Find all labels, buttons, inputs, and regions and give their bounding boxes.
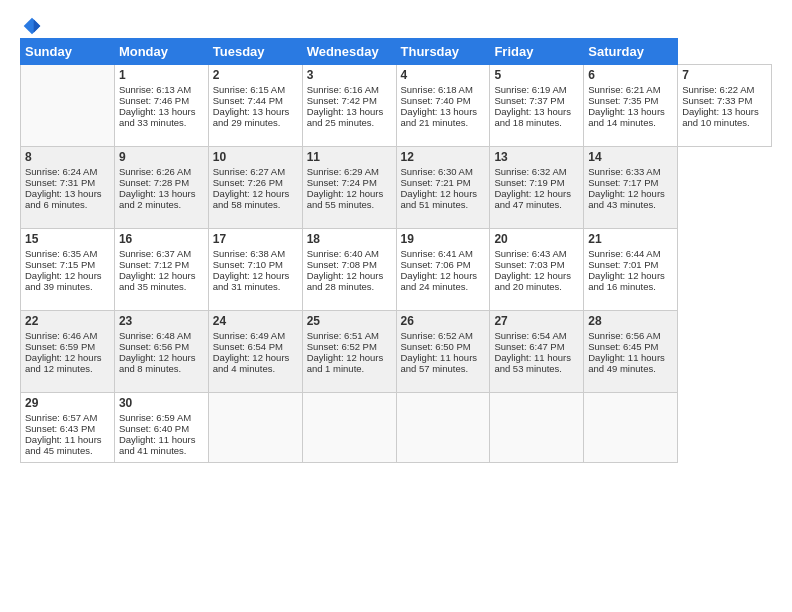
- day-number: 1: [119, 68, 204, 82]
- sunrise-text: Sunrise: 6:30 AM: [401, 166, 473, 177]
- calendar-day-cell: 24Sunrise: 6:49 AMSunset: 6:54 PMDayligh…: [208, 311, 302, 393]
- calendar-day-cell: [302, 393, 396, 463]
- sunrise-text: Sunrise: 6:57 AM: [25, 412, 97, 423]
- sunrise-text: Sunrise: 6:18 AM: [401, 84, 473, 95]
- calendar-day-cell: 21Sunrise: 6:44 AMSunset: 7:01 PMDayligh…: [584, 229, 678, 311]
- sunrise-text: Sunrise: 6:51 AM: [307, 330, 379, 341]
- calendar-week-row: 8Sunrise: 6:24 AMSunset: 7:31 PMDaylight…: [21, 147, 772, 229]
- calendar-day-cell: 30Sunrise: 6:59 AMSunset: 6:40 PMDayligh…: [114, 393, 208, 463]
- sunrise-text: Sunrise: 6:41 AM: [401, 248, 473, 259]
- day-number: 10: [213, 150, 298, 164]
- sunrise-text: Sunrise: 6:27 AM: [213, 166, 285, 177]
- calendar-day-cell: 29Sunrise: 6:57 AMSunset: 6:43 PMDayligh…: [21, 393, 115, 463]
- day-number: 26: [401, 314, 486, 328]
- day-number: 30: [119, 396, 204, 410]
- day-number: 7: [682, 68, 767, 82]
- daylight-text: Daylight: 12 hours and 43 minutes.: [588, 188, 665, 210]
- sunrise-text: Sunrise: 6:48 AM: [119, 330, 191, 341]
- sunset-text: Sunset: 7:26 PM: [213, 177, 283, 188]
- calendar-week-row: 1Sunrise: 6:13 AMSunset: 7:46 PMDaylight…: [21, 65, 772, 147]
- sunrise-text: Sunrise: 6:21 AM: [588, 84, 660, 95]
- daylight-text: Daylight: 12 hours and 1 minute.: [307, 352, 384, 374]
- calendar-day-cell: 9Sunrise: 6:26 AMSunset: 7:28 PMDaylight…: [114, 147, 208, 229]
- sunrise-text: Sunrise: 6:59 AM: [119, 412, 191, 423]
- daylight-text: Daylight: 13 hours and 18 minutes.: [494, 106, 571, 128]
- calendar-day-cell: 10Sunrise: 6:27 AMSunset: 7:26 PMDayligh…: [208, 147, 302, 229]
- daylight-text: Daylight: 11 hours and 45 minutes.: [25, 434, 102, 456]
- sunset-text: Sunset: 7:28 PM: [119, 177, 189, 188]
- daylight-text: Daylight: 13 hours and 14 minutes.: [588, 106, 665, 128]
- day-number: 25: [307, 314, 392, 328]
- daylight-text: Daylight: 12 hours and 24 minutes.: [401, 270, 478, 292]
- daylight-text: Daylight: 13 hours and 6 minutes.: [25, 188, 102, 210]
- daylight-text: Daylight: 12 hours and 39 minutes.: [25, 270, 102, 292]
- calendar-day-cell: 17Sunrise: 6:38 AMSunset: 7:10 PMDayligh…: [208, 229, 302, 311]
- sunrise-text: Sunrise: 6:52 AM: [401, 330, 473, 341]
- day-number: 6: [588, 68, 673, 82]
- sunset-text: Sunset: 7:21 PM: [401, 177, 471, 188]
- sunset-text: Sunset: 7:19 PM: [494, 177, 564, 188]
- day-number: 4: [401, 68, 486, 82]
- sunrise-text: Sunrise: 6:24 AM: [25, 166, 97, 177]
- calendar-day-cell: 1Sunrise: 6:13 AMSunset: 7:46 PMDaylight…: [114, 65, 208, 147]
- calendar-day-cell: 23Sunrise: 6:48 AMSunset: 6:56 PMDayligh…: [114, 311, 208, 393]
- calendar-day-cell: [21, 65, 115, 147]
- sunset-text: Sunset: 7:12 PM: [119, 259, 189, 270]
- daylight-text: Daylight: 11 hours and 41 minutes.: [119, 434, 196, 456]
- calendar-table: SundayMondayTuesdayWednesdayThursdayFrid…: [20, 38, 772, 463]
- sunset-text: Sunset: 7:15 PM: [25, 259, 95, 270]
- day-number: 2: [213, 68, 298, 82]
- calendar-day-cell: [396, 393, 490, 463]
- daylight-text: Daylight: 11 hours and 53 minutes.: [494, 352, 571, 374]
- calendar-day-cell: 27Sunrise: 6:54 AMSunset: 6:47 PMDayligh…: [490, 311, 584, 393]
- sunset-text: Sunset: 6:43 PM: [25, 423, 95, 434]
- day-number: 13: [494, 150, 579, 164]
- sunrise-text: Sunrise: 6:29 AM: [307, 166, 379, 177]
- calendar-day-cell: 14Sunrise: 6:33 AMSunset: 7:17 PMDayligh…: [584, 147, 678, 229]
- header: [20, 16, 772, 32]
- day-number: 14: [588, 150, 673, 164]
- calendar-day-cell: 7Sunrise: 6:22 AMSunset: 7:33 PMDaylight…: [678, 65, 772, 147]
- calendar-day-cell: 18Sunrise: 6:40 AMSunset: 7:08 PMDayligh…: [302, 229, 396, 311]
- calendar-day-cell: 8Sunrise: 6:24 AMSunset: 7:31 PMDaylight…: [21, 147, 115, 229]
- sunset-text: Sunset: 7:42 PM: [307, 95, 377, 106]
- sunset-text: Sunset: 6:56 PM: [119, 341, 189, 352]
- calendar-day-cell: 6Sunrise: 6:21 AMSunset: 7:35 PMDaylight…: [584, 65, 678, 147]
- calendar-day-cell: 20Sunrise: 6:43 AMSunset: 7:03 PMDayligh…: [490, 229, 584, 311]
- sunset-text: Sunset: 7:06 PM: [401, 259, 471, 270]
- sunrise-text: Sunrise: 6:38 AM: [213, 248, 285, 259]
- day-number: 24: [213, 314, 298, 328]
- sunrise-text: Sunrise: 6:13 AM: [119, 84, 191, 95]
- sunrise-text: Sunrise: 6:44 AM: [588, 248, 660, 259]
- sunrise-text: Sunrise: 6:46 AM: [25, 330, 97, 341]
- daylight-text: Daylight: 12 hours and 4 minutes.: [213, 352, 290, 374]
- day-number: 19: [401, 232, 486, 246]
- sunrise-text: Sunrise: 6:15 AM: [213, 84, 285, 95]
- calendar-header-saturday: Saturday: [584, 39, 678, 65]
- calendar-header-thursday: Thursday: [396, 39, 490, 65]
- calendar-day-cell: 26Sunrise: 6:52 AMSunset: 6:50 PMDayligh…: [396, 311, 490, 393]
- sunrise-text: Sunrise: 6:16 AM: [307, 84, 379, 95]
- daylight-text: Daylight: 12 hours and 58 minutes.: [213, 188, 290, 210]
- daylight-text: Daylight: 12 hours and 28 minutes.: [307, 270, 384, 292]
- sunrise-text: Sunrise: 6:40 AM: [307, 248, 379, 259]
- calendar-day-cell: 15Sunrise: 6:35 AMSunset: 7:15 PMDayligh…: [21, 229, 115, 311]
- daylight-text: Daylight: 12 hours and 47 minutes.: [494, 188, 571, 210]
- day-number: 27: [494, 314, 579, 328]
- day-number: 5: [494, 68, 579, 82]
- calendar-day-cell: 5Sunrise: 6:19 AMSunset: 7:37 PMDaylight…: [490, 65, 584, 147]
- calendar-day-cell: 11Sunrise: 6:29 AMSunset: 7:24 PMDayligh…: [302, 147, 396, 229]
- daylight-text: Daylight: 13 hours and 33 minutes.: [119, 106, 196, 128]
- day-number: 28: [588, 314, 673, 328]
- sunrise-text: Sunrise: 6:26 AM: [119, 166, 191, 177]
- calendar-header-tuesday: Tuesday: [208, 39, 302, 65]
- day-number: 9: [119, 150, 204, 164]
- calendar-day-cell: 28Sunrise: 6:56 AMSunset: 6:45 PMDayligh…: [584, 311, 678, 393]
- calendar-day-cell: 13Sunrise: 6:32 AMSunset: 7:19 PMDayligh…: [490, 147, 584, 229]
- sunrise-text: Sunrise: 6:32 AM: [494, 166, 566, 177]
- calendar-header-row: SundayMondayTuesdayWednesdayThursdayFrid…: [21, 39, 772, 65]
- sunset-text: Sunset: 7:40 PM: [401, 95, 471, 106]
- calendar-header-wednesday: Wednesday: [302, 39, 396, 65]
- calendar-header-sunday: Sunday: [21, 39, 115, 65]
- sunrise-text: Sunrise: 6:49 AM: [213, 330, 285, 341]
